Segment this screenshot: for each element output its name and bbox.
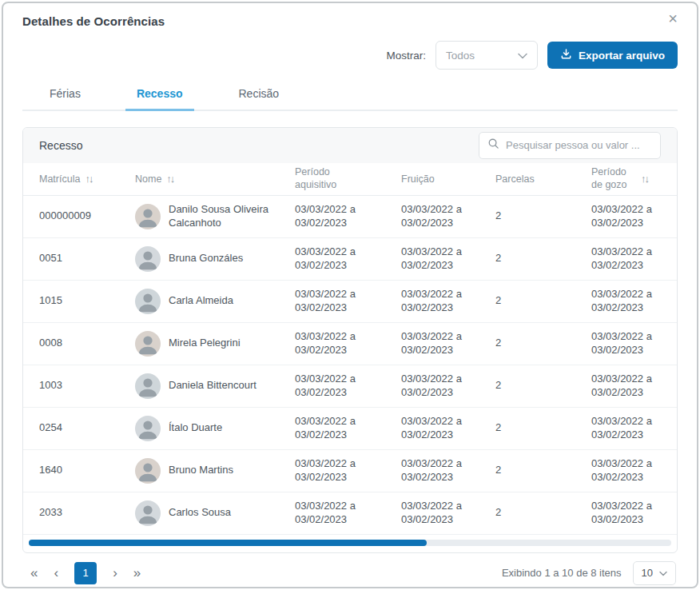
table-header-row: Matrícula ↑↓ Nome ↑↓ Período aquisitivo … bbox=[23, 163, 677, 196]
cell-periodo-aquisitivo: 03/03/2022 a 03/02/2023 bbox=[295, 245, 375, 273]
cell-matricula: 0254 bbox=[39, 421, 135, 435]
cell-parcelas: 2 bbox=[495, 337, 591, 350]
cell-periodo-aquisitivo: 03/03/2022 a 03/02/2023 bbox=[295, 288, 375, 315]
sort-icon[interactable]: ↑↓ bbox=[166, 173, 173, 185]
column-header-parcelas: Parcelas bbox=[495, 173, 591, 185]
cell-periodo-gozo: 03/03/2022 a 03/02/2023 bbox=[591, 457, 661, 484]
cell-nome: Daniela Bittencourt bbox=[135, 373, 295, 399]
show-select-value: Todos bbox=[446, 50, 475, 62]
cell-fruicao: 03/03/2022 a 03/02/2023 bbox=[401, 457, 481, 484]
cell-periodo-aquisitivo: 03/03/2022 a 03/02/2023 bbox=[295, 330, 375, 357]
sort-icon[interactable]: ↑↓ bbox=[641, 173, 648, 185]
download-icon bbox=[560, 48, 572, 62]
last-page-button[interactable]: » bbox=[129, 564, 145, 583]
cell-matricula: 1640 bbox=[39, 464, 135, 477]
table-row: 1015 Carla Almeida 03/03/2022 a 03/02/20… bbox=[23, 281, 677, 323]
cell-periodo-gozo: 03/03/2022 a 03/02/2023 bbox=[591, 245, 661, 273]
cell-parcelas: 2 bbox=[495, 464, 591, 477]
avatar bbox=[135, 458, 161, 484]
cell-fruicao: 03/03/2022 a 03/02/2023 bbox=[401, 373, 481, 400]
cell-nome: Bruna Gonzáles bbox=[135, 246, 295, 272]
cell-fruicao: 03/03/2022 a 03/02/2023 bbox=[401, 415, 481, 442]
table-row: 0254 Ítalo Duarte 03/03/2022 a 03/02/202… bbox=[23, 408, 677, 450]
cell-parcelas: 2 bbox=[495, 252, 591, 265]
avatar bbox=[135, 246, 161, 272]
table-row: 0051 Bruna Gonzáles 03/03/2022 a 03/02/2… bbox=[23, 238, 677, 281]
cell-fruicao: 03/03/2022 a 03/02/2023 bbox=[401, 288, 481, 315]
table-row: 000000009 Danilo Sousa Oliveira Calcanho… bbox=[23, 196, 677, 238]
cell-fruicao: 03/03/2022 a 03/02/2023 bbox=[401, 245, 481, 273]
cell-periodo-gozo: 03/03/2022 a 03/02/2023 bbox=[591, 288, 661, 315]
cell-periodo-aquisitivo: 03/03/2022 a 03/02/2023 bbox=[295, 457, 375, 484]
avatar bbox=[135, 373, 161, 399]
cell-fruicao: 03/03/2022 a 03/02/2023 bbox=[401, 500, 481, 527]
cell-parcelas: 2 bbox=[495, 209, 591, 223]
avatar bbox=[135, 331, 161, 357]
sort-icon[interactable]: ↑↓ bbox=[85, 173, 92, 185]
prev-page-button[interactable]: ‹ bbox=[49, 564, 63, 583]
export-button-label: Exportar arquivo bbox=[579, 50, 665, 62]
table-title: Recesso bbox=[39, 139, 82, 152]
page-size-value: 10 bbox=[642, 567, 653, 579]
tab-recisao[interactable]: Recisão bbox=[228, 87, 291, 111]
cell-parcelas: 2 bbox=[495, 294, 591, 308]
cell-periodo-gozo: 03/03/2022 a 03/02/2023 bbox=[591, 373, 661, 400]
cell-nome: Mirela Pelegrini bbox=[135, 331, 295, 357]
cell-periodo-gozo: 03/03/2022 a 03/02/2023 bbox=[591, 415, 661, 442]
cell-nome: Danilo Sousa Oliveira Calcanhoto bbox=[135, 203, 295, 230]
table-row: 1640 Bruno Martins 03/03/2022 a 03/02/20… bbox=[23, 450, 677, 492]
column-header-periodo-gozo[interactable]: Período de gozo ↑↓ bbox=[591, 166, 661, 191]
cell-nome: Carla Almeida bbox=[135, 289, 295, 314]
page-size-select[interactable]: 10 bbox=[633, 561, 676, 585]
chevron-down-icon bbox=[518, 50, 527, 62]
next-page-button[interactable]: › bbox=[108, 564, 122, 583]
cell-fruicao: 03/03/2022 a 03/02/2023 bbox=[401, 203, 481, 230]
cell-parcelas: 2 bbox=[495, 421, 591, 435]
first-page-button[interactable]: « bbox=[26, 564, 42, 583]
cell-matricula: 000000009 bbox=[39, 209, 135, 223]
pagination: « ‹ 1 › » bbox=[26, 562, 145, 584]
horizontal-scrollbar[interactable] bbox=[29, 540, 671, 546]
cell-fruicao: 03/03/2022 a 03/02/2023 bbox=[401, 330, 481, 357]
search-box[interactable] bbox=[479, 132, 661, 159]
cell-matricula: 2033 bbox=[39, 506, 135, 520]
cell-parcelas: 2 bbox=[495, 379, 591, 393]
modal-title: Detalhes de Ocorrências bbox=[22, 14, 165, 28]
search-input[interactable] bbox=[506, 139, 652, 151]
column-header-periodo-aquisitivo: Período aquisitivo bbox=[295, 166, 401, 191]
scrollbar-thumb[interactable] bbox=[29, 540, 427, 546]
export-button[interactable]: Exportar arquivo bbox=[547, 42, 678, 69]
tab-recesso[interactable]: Recesso bbox=[125, 87, 194, 111]
items-count-info: Exibindo 1 a 10 de 8 itens bbox=[502, 567, 622, 579]
avatar bbox=[135, 500, 161, 526]
cell-nome: Carlos Sousa bbox=[135, 500, 295, 526]
table-row: 2033 Carlos Sousa 03/03/2022 a 03/02/202… bbox=[23, 492, 677, 535]
cell-matricula: 1015 bbox=[39, 294, 135, 308]
page-number-button[interactable]: 1 bbox=[74, 562, 97, 584]
cell-matricula: 0008 bbox=[39, 337, 135, 350]
cell-matricula: 1003 bbox=[39, 379, 135, 393]
column-header-nome[interactable]: Nome ↑↓ bbox=[135, 173, 295, 185]
cell-matricula: 0051 bbox=[39, 252, 135, 265]
chevron-down-icon bbox=[659, 567, 667, 579]
tab-ferias[interactable]: Férias bbox=[38, 87, 92, 111]
cell-periodo-gozo: 03/03/2022 a 03/02/2023 bbox=[591, 330, 661, 357]
column-header-fruicao: Fruição bbox=[401, 173, 495, 185]
avatar bbox=[135, 289, 161, 314]
show-label: Mostrar: bbox=[386, 50, 426, 62]
avatar bbox=[135, 204, 161, 229]
tabs-bar: Férias Recesso Recisão bbox=[22, 87, 678, 111]
show-select[interactable]: Todos bbox=[436, 41, 538, 70]
column-header-matricula[interactable]: Matrícula ↑↓ bbox=[39, 173, 135, 185]
occurrences-modal: Detalhes de Ocorrências × Mostrar: Todos… bbox=[2, 2, 698, 588]
avatar bbox=[135, 416, 161, 441]
cell-parcelas: 2 bbox=[495, 506, 591, 520]
cell-nome: Bruno Martins bbox=[135, 458, 295, 484]
close-icon[interactable]: × bbox=[668, 13, 678, 24]
cell-periodo-gozo: 03/03/2022 a 03/02/2023 bbox=[591, 500, 661, 527]
table-row: 0008 Mirela Pelegrini 03/03/2022 a 03/02… bbox=[23, 323, 677, 365]
cell-periodo-aquisitivo: 03/03/2022 a 03/02/2023 bbox=[295, 203, 375, 230]
cell-periodo-aquisitivo: 03/03/2022 a 03/02/2023 bbox=[295, 415, 375, 442]
cell-nome: Ítalo Duarte bbox=[135, 416, 295, 441]
cell-periodo-aquisitivo: 03/03/2022 a 03/02/2023 bbox=[295, 500, 375, 527]
